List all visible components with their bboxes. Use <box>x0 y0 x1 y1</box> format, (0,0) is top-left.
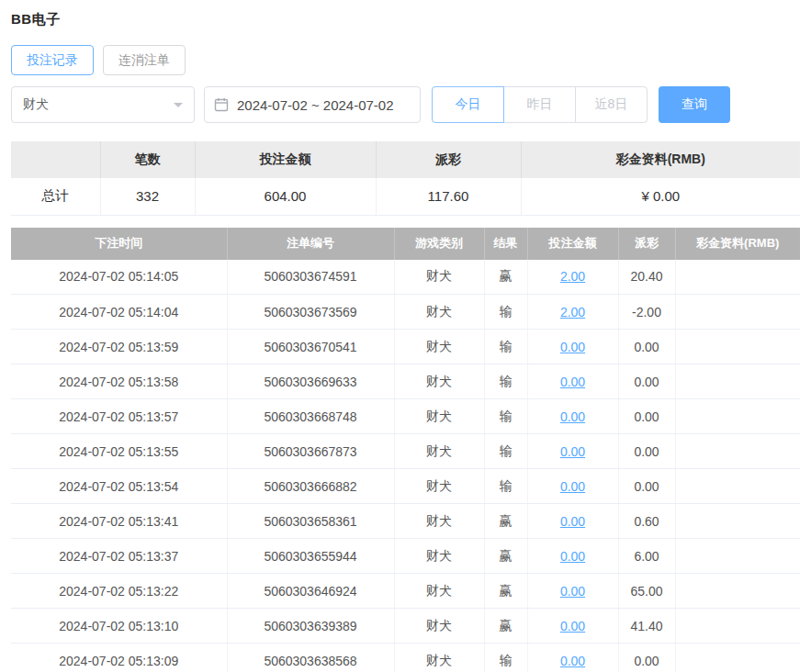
bet-amount-link[interactable]: 0.00 <box>560 409 585 424</box>
chevron-down-icon <box>174 103 183 112</box>
date-range-value: 2024-07-02 ~ 2024-07-02 <box>237 97 394 113</box>
order-id-cell: 5060303673569 <box>227 295 394 330</box>
bet-table-header-cell: 投注金额 <box>527 228 618 260</box>
bet-amount-cell: 0.00 <box>527 539 618 574</box>
bet-amount-link[interactable]: 0.00 <box>560 549 585 564</box>
bet-amount-link[interactable]: 0.00 <box>560 375 585 389</box>
bet-time-cell: 2024-07-02 05:14:05 <box>11 260 227 295</box>
bet-table-header-cell: 派彩 <box>618 228 675 260</box>
bonus-cell <box>675 574 800 609</box>
game-type-cell: 财犬 <box>394 504 484 539</box>
game-type-cell: 财犬 <box>394 539 484 574</box>
result-cell: 赢 <box>484 539 527 574</box>
payout-cell: 0.60 <box>618 504 675 539</box>
table-row: 2024-07-02 05:13:595060303670541财犬输0.000… <box>11 330 800 364</box>
quick-range-today[interactable]: 今日 <box>432 86 504 123</box>
payout-cell: 0.00 <box>618 434 675 469</box>
bet-time-cell: 2024-07-02 05:13:55 <box>11 434 227 469</box>
bet-time-cell: 2024-07-02 05:13:41 <box>11 504 227 539</box>
summary-header-cell <box>11 141 100 178</box>
bonus-cell <box>675 260 800 295</box>
order-id-cell: 5060303667873 <box>227 434 394 469</box>
result-cell: 输 <box>484 434 527 469</box>
payout-cell: 41.40 <box>618 609 675 644</box>
payout-cell: 6.00 <box>618 539 675 574</box>
bet-amount-link[interactable]: 0.00 <box>560 444 585 459</box>
summary-header-cell: 彩金资料(RMB) <box>521 141 800 178</box>
game-type-cell: 财犬 <box>394 434 484 469</box>
bet-amount-link[interactable]: 2.00 <box>560 269 585 284</box>
game-type-cell: 财犬 <box>394 469 484 504</box>
bonus-cell <box>675 504 800 539</box>
game-type-cell: 财犬 <box>394 609 484 644</box>
order-id-cell: 5060303670541 <box>227 330 394 364</box>
quick-range-yesterday[interactable]: 昨日 <box>503 86 576 123</box>
search-button[interactable]: 查询 <box>659 86 730 123</box>
table-row: 2024-07-02 05:13:105060303639389财犬赢0.004… <box>11 609 800 644</box>
summary-header-cell: 派彩 <box>376 141 521 178</box>
bonus-cell <box>675 539 800 574</box>
order-id-cell: 5060303674591 <box>227 260 394 295</box>
order-id-cell: 5060303646924 <box>227 574 394 609</box>
bet-amount-link[interactable]: 2.00 <box>560 305 585 319</box>
tab-cancelled-orders[interactable]: 连消注单 <box>103 45 186 75</box>
game-select[interactable]: 财犬 <box>11 86 195 123</box>
game-type-cell: 财犬 <box>394 260 484 295</box>
bet-amount-cell: 0.00 <box>527 399 618 434</box>
bet-amount-cell: 0.00 <box>527 434 618 469</box>
bet-amount-link[interactable]: 0.00 <box>560 514 585 529</box>
tab-bet-records[interactable]: 投注记录 <box>11 45 94 75</box>
bonus-cell <box>675 399 800 434</box>
bet-time-cell: 2024-07-02 05:14:04 <box>11 295 227 330</box>
summary-total-label: 总计 <box>11 178 100 215</box>
bet-amount-cell: 2.00 <box>527 295 618 330</box>
table-row: 2024-07-02 05:14:045060303673569财犬输2.00-… <box>11 295 800 330</box>
game-type-cell: 财犬 <box>394 330 484 364</box>
summary-bonus: ¥ 0.00 <box>521 178 800 215</box>
bet-table-body: 2024-07-02 05:14:055060303674591财犬赢2.002… <box>11 260 800 672</box>
filter-bar: 财犬 2024-07-02 ~ 2024-07-02 今日昨日近8日 查询 <box>11 86 800 123</box>
payout-cell: 0.00 <box>618 644 675 672</box>
bet-time-cell: 2024-07-02 05:13:59 <box>11 330 227 364</box>
game-type-cell: 财犬 <box>394 574 484 609</box>
bet-time-cell: 2024-07-02 05:13:10 <box>11 609 227 644</box>
bonus-cell <box>675 364 800 399</box>
bet-time-cell: 2024-07-02 05:13:37 <box>11 539 227 574</box>
quick-range-last8days[interactable]: 近8日 <box>575 86 648 123</box>
date-range-picker[interactable]: 2024-07-02 ~ 2024-07-02 <box>204 86 421 123</box>
order-id-cell: 5060303669633 <box>227 364 394 399</box>
bet-amount-cell: 0.00 <box>527 574 618 609</box>
result-cell: 输 <box>484 330 527 364</box>
bet-time-cell: 2024-07-02 05:13:57 <box>11 399 227 434</box>
game-select-value: 财犬 <box>23 96 49 113</box>
bet-amount-cell: 2.00 <box>527 260 618 295</box>
bonus-cell <box>675 295 800 330</box>
result-cell: 输 <box>484 364 527 399</box>
bet-table-header-cell: 结果 <box>484 228 527 260</box>
bet-time-cell: 2024-07-02 05:13:09 <box>11 644 227 672</box>
payout-cell: 0.00 <box>618 469 675 504</box>
bet-amount-link[interactable]: 0.00 <box>560 479 585 494</box>
table-row: 2024-07-02 05:13:545060303666882财犬输0.000… <box>11 469 800 504</box>
bonus-cell <box>675 609 800 644</box>
bet-amount-link[interactable]: 0.00 <box>560 654 585 668</box>
result-cell: 输 <box>484 399 527 434</box>
bet-time-cell: 2024-07-02 05:13:54 <box>11 469 227 504</box>
order-id-cell: 5060303655944 <box>227 539 394 574</box>
summary-total-row: 总计 332 604.00 117.60 ¥ 0.00 <box>11 178 800 215</box>
bet-amount-link[interactable]: 0.00 <box>560 584 585 599</box>
order-id-cell: 5060303639389 <box>227 609 394 644</box>
summary-count: 332 <box>100 178 195 215</box>
bet-time-cell: 2024-07-02 05:13:22 <box>11 574 227 609</box>
table-row: 2024-07-02 05:13:575060303668748财犬输0.000… <box>11 399 800 434</box>
payout-cell: 0.00 <box>618 399 675 434</box>
result-cell: 赢 <box>484 260 527 295</box>
payout-cell: 65.00 <box>618 574 675 609</box>
table-row: 2024-07-02 05:13:375060303655944财犬赢0.006… <box>11 539 800 574</box>
bet-table-header-cell: 彩金资料(RMB) <box>675 228 800 260</box>
bet-time-cell: 2024-07-02 05:13:58 <box>11 364 227 399</box>
bet-table-header-cell: 注单编号 <box>227 228 394 260</box>
bet-amount-link[interactable]: 0.00 <box>560 619 585 633</box>
tab-bar: 投注记录连消注单 <box>11 45 800 75</box>
bet-amount-link[interactable]: 0.00 <box>560 340 585 354</box>
